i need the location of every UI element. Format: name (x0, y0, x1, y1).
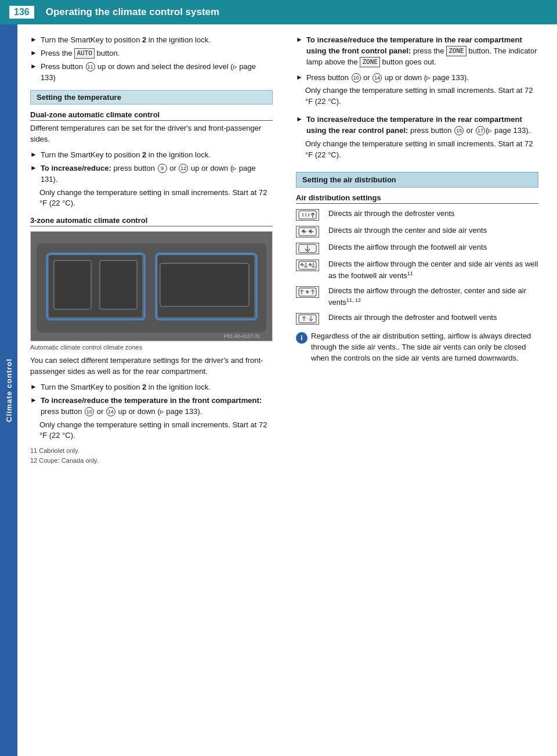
bullet-arrow-icon: ► (30, 62, 37, 70)
page-number: 136 (9, 6, 34, 19)
air-dist-text-defroster-footwell: Directs air through the defroster and fo… (328, 312, 497, 323)
center-side-icon (296, 226, 319, 237)
bullet-turn-smartkey-2: ► Turn the SmartKey to position 2 in the… (30, 150, 273, 161)
bullet-press-auto: ► Press the AUTO button. (30, 48, 273, 59)
bullet-front-compartment: ► To increase/reduce the temperature in … (30, 395, 273, 417)
auto-button-label: AUTO (74, 48, 95, 59)
air-dist-icon-defroster-footwell (296, 313, 324, 325)
air-dist-row-center-side: Directs air through the center and side … (296, 225, 538, 238)
air-dist-row-defroster-center: Directs the airflow through the defroste… (296, 286, 538, 308)
bullet-text: Press button 11 up or down and select th… (41, 62, 273, 84)
footnote-11: 11 Cabriolet only. (30, 446, 273, 456)
climate-zones-image: P83.40-4107-31 (30, 231, 273, 341)
bullet-arrow-icon: ► (30, 150, 37, 159)
page-header: 136 Operating the climate control system (0, 0, 557, 24)
svg-rect-4 (54, 261, 91, 309)
svg-rect-15 (299, 228, 316, 236)
defroster-icon (296, 209, 319, 221)
bullet-increase-rear-front: ► To increase/reduce the temperature in … (296, 35, 538, 68)
air-dist-icon-footwell (296, 243, 324, 255)
circle-11: 11 (86, 62, 95, 71)
note-10-14: Only change the temperature setting in s… (296, 85, 538, 107)
defroster-center-side-icon (296, 286, 319, 298)
air-dist-text-footwell: Directs the airflow through the footwell… (328, 242, 487, 253)
center-footwell-icon (296, 260, 319, 271)
bullet-turn-smartkey-1: ► Turn the SmartKey to position 2 in the… (30, 35, 273, 46)
footnote-12: 12 Coupe: Canada only. (30, 456, 273, 466)
air-dist-text-defroster-center: Directs the airflow through the defroste… (328, 286, 538, 308)
bullet-arrow-icon: ► (30, 383, 37, 391)
info-box: i Regardless of the air distribution set… (296, 331, 538, 364)
dual-zone-desc: Different temperatures can be set for th… (30, 123, 273, 145)
air-dist-icon-center-side (296, 226, 324, 238)
info-text: Regardless of the air distribution setti… (311, 331, 538, 364)
bullet-text: To increase/reduce the temperature in th… (306, 35, 538, 68)
bullet-text: Press button 10 or 14 up or down (▹ page… (306, 73, 469, 84)
bullet-arrow-icon: ► (296, 35, 303, 44)
bullet-arrow-icon: ► (30, 49, 37, 57)
zone-button-label-1: ZONE (446, 46, 466, 56)
dual-zone-title: Dual-zone automatic climate control (30, 110, 273, 121)
defroster-footwell-icon (296, 313, 319, 325)
three-zone-title: 3-zone automatic climate control (30, 216, 273, 226)
bullet-arrow-icon: ► (296, 115, 303, 123)
bullet-arrow-icon: ► (296, 73, 303, 81)
car-interior-svg: P83.40-4107-31 (31, 232, 272, 341)
sidebar-label: Climate control (0, 24, 17, 756)
bullet-increase-rear-rear: ► To increase/reduce the temperature in … (296, 114, 538, 136)
air-dist-header: Setting the air distribution (296, 172, 538, 188)
circle-14: 14 (106, 407, 115, 416)
air-dist-row-defroster-footwell: Directs air through the defroster and fo… (296, 312, 538, 325)
footwell-icon (296, 243, 319, 254)
air-dist-icon-defroster-center (296, 286, 324, 298)
svg-rect-29 (299, 315, 316, 323)
info-icon: i (296, 332, 308, 344)
circle-14b: 14 (372, 73, 382, 82)
image-caption: Automatic climate control climate zones (30, 344, 273, 351)
circle-10b: 10 (352, 73, 361, 82)
dual-zone-note: Only change the temperature setting in s… (30, 188, 273, 210)
svg-rect-6 (160, 264, 249, 307)
circle-12: 12 (179, 164, 188, 173)
three-zone-desc: You can select different temperature set… (30, 355, 273, 377)
bullet-text: Turn the SmartKey to position 2 in the i… (41, 35, 211, 46)
air-dist-subtitle: Air distribution settings (296, 193, 538, 204)
svg-rect-10 (299, 211, 316, 219)
circle-17: 17 (476, 126, 485, 135)
bullet-text: Press the AUTO button. (41, 48, 120, 59)
air-dist-row-footwell: Directs the airflow through the footwell… (296, 242, 538, 255)
zone-button-label-2: ZONE (360, 57, 380, 67)
air-dist-icon-center-footwell (296, 260, 324, 272)
bullet-increase-reduce: ► To increase/reduce: press button 9 or … (30, 163, 273, 185)
setting-temp-header: Setting the temperature (30, 90, 273, 105)
circle-9: 9 (158, 164, 167, 173)
circle-10: 10 (85, 407, 94, 416)
bullet-turn-smartkey-3: ► Turn the SmartKey to position 2 in the… (30, 382, 273, 393)
air-dist-row-defroster: Directs air through the defroster vents (296, 208, 538, 221)
bullet-text: To increase/reduce: press button 9 or 12… (41, 163, 273, 185)
bullet-arrow-icon: ► (30, 35, 37, 44)
right-column: ► To increase/reduce the temperature in … (284, 35, 551, 746)
circle-15: 15 (454, 126, 464, 135)
bullet-text: Turn the SmartKey to position 2 in the i… (41, 150, 211, 161)
bullet-text: To increase/reduce the temperature in th… (306, 114, 538, 136)
bullet-arrow-icon: ► (30, 164, 37, 172)
air-dist-row-center-footwell: Directs the airflow through the center a… (296, 259, 538, 282)
svg-rect-5 (100, 261, 137, 309)
bullet-text: Turn the SmartKey to position 2 in the i… (41, 382, 211, 393)
air-dist-icon-defroster (296, 209, 324, 221)
bullet-press-button-11: ► Press button 11 up or down and select … (30, 62, 273, 84)
air-dist-text-center-side: Directs air through the center and side … (328, 225, 487, 236)
bullet-text: To increase/reduce the temperature in th… (41, 395, 273, 417)
air-dist-text-center-footwell: Directs the airflow through the center a… (328, 259, 538, 282)
bullet-press-10-14: ► Press button 10 or 14 up or down (▹ pa… (296, 73, 538, 84)
svg-text:P83.40-4107-31: P83.40-4107-31 (223, 333, 261, 339)
note-15-17: Only change the temperature setting in s… (296, 139, 538, 161)
footnotes: 11 Cabriolet only. 12 Coupe: Canada only… (30, 446, 273, 465)
left-column: ► Turn the SmartKey to position 2 in the… (17, 35, 284, 746)
air-dist-text-defroster: Directs air through the defroster vents (328, 208, 455, 219)
bullet-arrow-icon: ► (30, 396, 37, 404)
chapter-title: Operating the climate control system (46, 6, 219, 18)
three-zone-note: Only change the temperature setting in s… (30, 420, 273, 442)
